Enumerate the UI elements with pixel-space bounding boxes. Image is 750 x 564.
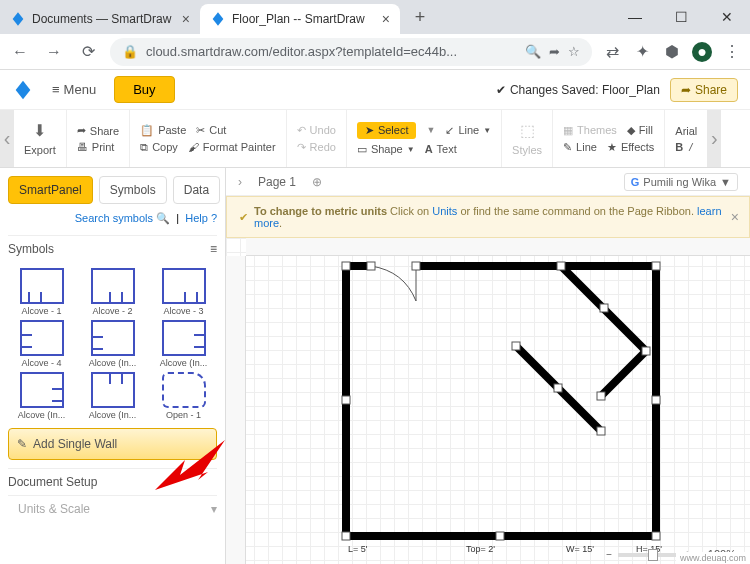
svg-rect-1: [367, 262, 375, 270]
menu-icon[interactable]: ⋮: [722, 42, 742, 62]
forward-button[interactable]: →: [42, 40, 66, 64]
watermark: www.deuaq.com: [676, 552, 750, 564]
share-button[interactable]: ➦Share: [670, 78, 738, 102]
collapse-panel-icon[interactable]: ›: [238, 175, 242, 189]
share-icon: ➦: [681, 83, 691, 97]
google-icon: G: [631, 176, 640, 188]
share-item[interactable]: ➦Share: [77, 124, 119, 137]
download-icon[interactable]: ⬇: [33, 121, 46, 140]
svg-rect-2: [412, 262, 420, 270]
help-link[interactable]: Help ?: [185, 212, 217, 224]
svg-marker-20: [155, 440, 225, 490]
close-icon[interactable]: ×: [382, 11, 390, 27]
copy-item[interactable]: ⧉Copy: [140, 141, 178, 154]
puzzle-icon[interactable]: ✦: [632, 42, 652, 62]
search-icon[interactable]: 🔍: [525, 44, 541, 59]
profile-avatar[interactable]: ●: [692, 42, 712, 62]
tab-symbols[interactable]: Symbols: [99, 176, 167, 204]
italic-button[interactable]: /: [689, 141, 692, 153]
symbol-item[interactable]: Alcove - 2: [79, 268, 146, 316]
symbol-item[interactable]: Alcove - 3: [150, 268, 217, 316]
extension-icon[interactable]: ⇄: [602, 42, 622, 62]
page-tab[interactable]: Page 1: [258, 175, 296, 189]
add-page-icon[interactable]: ⊕: [312, 175, 322, 189]
paste-item[interactable]: 📋Paste: [140, 124, 186, 137]
symbol-item[interactable]: Alcove - 1: [8, 268, 75, 316]
reload-button[interactable]: ⟳: [76, 40, 100, 64]
drawing-canvas[interactable]: L= 5' Top= 2' W= 15' H= 15' − + 100% www…: [226, 238, 750, 564]
svg-rect-5: [342, 396, 350, 404]
smartdraw-icon: [10, 11, 26, 27]
shape-icon: ▭: [357, 143, 367, 156]
symbol-item[interactable]: Alcove (In...: [150, 320, 217, 368]
browser-toolbar: ← → ⟳ 🔒 cloud.smartdraw.com/editor.aspx?…: [0, 34, 750, 70]
address-bar[interactable]: 🔒 cloud.smartdraw.com/editor.aspx?templa…: [110, 38, 592, 66]
fill-item[interactable]: ◆Fill: [627, 124, 653, 137]
zoom-thumb[interactable]: [648, 549, 658, 561]
font-select[interactable]: Arial: [675, 125, 697, 137]
symbols-section-header[interactable]: Symbols ≡: [8, 235, 217, 262]
floor-plan-drawing[interactable]: L= 5' Top= 2' W= 15' H= 15': [336, 256, 676, 556]
buy-button[interactable]: Buy: [114, 76, 174, 103]
tab-smartpanel[interactable]: SmartPanel: [8, 176, 93, 204]
ribbon-scroll-right[interactable]: ›: [707, 110, 721, 167]
symbol-item[interactable]: Alcove - 4: [8, 320, 75, 368]
line-tool[interactable]: ↙Line ▼: [445, 124, 491, 137]
symbol-item[interactable]: Alcove (In...: [79, 372, 146, 420]
symbol-item[interactable]: Alcove (In...: [8, 372, 75, 420]
close-banner-icon[interactable]: ×: [731, 209, 739, 225]
star-icon[interactable]: ☆: [568, 44, 580, 59]
tab-data[interactable]: Data: [173, 176, 220, 204]
symbol-item[interactable]: Open - 1: [150, 372, 217, 420]
hamburger-icon[interactable]: ≡: [210, 242, 217, 256]
shape-tool[interactable]: ▭Shape ▼: [357, 143, 415, 156]
share-url-icon[interactable]: ➦: [549, 44, 560, 59]
units-link[interactable]: Units: [432, 205, 457, 217]
ribbon-scroll-left[interactable]: ‹: [0, 110, 14, 167]
ribbon-undo-group: ↶Undo ↷Redo: [287, 110, 347, 167]
svg-rect-4: [652, 262, 660, 270]
zoom-out-icon[interactable]: −: [606, 549, 612, 560]
undo-item[interactable]: ↶Undo: [297, 124, 336, 137]
minimize-button[interactable]: —: [612, 0, 658, 34]
check-icon: ✔: [239, 211, 248, 224]
format-painter-item[interactable]: 🖌Format Painter: [188, 141, 276, 154]
export-button[interactable]: Export: [24, 144, 56, 156]
zoom-slider[interactable]: [618, 553, 678, 557]
symbol-item[interactable]: Alcove (In...: [79, 320, 146, 368]
browser-tab-active[interactable]: Floor_Plan -- SmartDraw ×: [200, 4, 400, 34]
search-icon: 🔍: [156, 212, 170, 224]
bold-button[interactable]: B: [675, 141, 683, 153]
ribbon-styles-group: ⬚ Styles: [502, 110, 553, 167]
line-style-item[interactable]: ✎Line: [563, 141, 597, 154]
canvas-area: › Page 1 ⊕ GPumili ng Wika▼ ✔ To change …: [226, 168, 750, 564]
cut-item[interactable]: ✂Cut: [196, 124, 226, 137]
themes-item[interactable]: ▦Themes: [563, 124, 617, 137]
maximize-button[interactable]: ☐: [658, 0, 704, 34]
pen-icon: ✎: [563, 141, 572, 154]
extension-icon[interactable]: ⬢: [662, 42, 682, 62]
styles-icon[interactable]: ⬚: [520, 121, 535, 140]
chevron-down-icon: ▼: [720, 176, 731, 188]
alcove-icon: [91, 320, 135, 356]
close-icon[interactable]: ×: [182, 11, 190, 27]
chevron-down-icon: ▼: [407, 145, 415, 154]
line-icon: ↙: [445, 124, 454, 137]
svg-text:Top= 2': Top= 2': [466, 544, 495, 554]
svg-rect-14: [554, 384, 562, 392]
print-item[interactable]: 🖶Print: [77, 141, 119, 153]
new-tab-button[interactable]: +: [406, 3, 434, 31]
ribbon-toolbar: ‹ ⬇ Export ➦Share 🖶Print 📋Paste ✂Cut ⧉Co…: [0, 110, 750, 168]
chevron-down-icon[interactable]: ▼: [426, 125, 435, 135]
browser-tab-inactive[interactable]: Documents — SmartDraw ×: [0, 4, 200, 34]
back-button[interactable]: ←: [8, 40, 32, 64]
menu-button[interactable]: ≡Menu: [44, 78, 104, 101]
text-tool[interactable]: AText: [425, 143, 457, 156]
redo-item[interactable]: ↷Redo: [297, 141, 336, 154]
effects-item[interactable]: ★Effects: [607, 141, 654, 154]
close-button[interactable]: ✕: [704, 0, 750, 34]
search-symbols-link[interactable]: Search symbols 🔍: [75, 212, 170, 224]
language-selector[interactable]: GPumili ng Wika▼: [624, 173, 738, 191]
select-tool[interactable]: ➤Select: [357, 122, 417, 139]
app-header: ≡Menu Buy ✔Changes Saved: Floor_Plan ➦Sh…: [0, 70, 750, 110]
